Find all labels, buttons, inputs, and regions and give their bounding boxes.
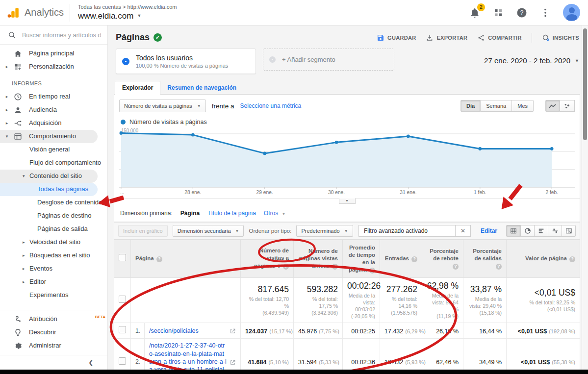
page-cell-container: /seccion/policiales	[145, 323, 241, 339]
notifications-button[interactable]: 2	[469, 7, 481, 19]
sidebar-item-flujo-del-comportamiento[interactable]: Flujo del comportamiento	[0, 156, 107, 170]
sidebar-item-personalizacion[interactable]: ▸Personalización	[0, 60, 107, 74]
line-chart-view-button[interactable]	[545, 100, 560, 112]
tab-resumen-navegacion[interactable]: Resumen de navegación	[160, 81, 243, 94]
help-icon[interactable]: ?	[332, 264, 338, 270]
line-chart-icon	[549, 103, 557, 109]
dimension-label: Dimensión primaria:	[120, 210, 173, 217]
row-checkbox[interactable]	[119, 296, 126, 303]
vertical-scrollbar[interactable]	[582, 25, 588, 370]
column-header-promedio-de-tiempo-en-la-pagina[interactable]: Promedio de tiempo en la página?	[343, 240, 380, 278]
help-icon[interactable]: ?	[453, 264, 459, 270]
sidebar-item-velocidad-del-sitio[interactable]: ▸Velocidad del sitio	[0, 236, 107, 249]
account-selector[interactable]: www.eldia.com ▼	[78, 11, 177, 21]
external-link-icon[interactable]	[230, 327, 236, 334]
granularity-day-button[interactable]: Día	[460, 100, 481, 112]
plot-rows-button[interactable]: Incluir en gráfico	[118, 225, 168, 237]
save-button[interactable]: GUARDAR	[377, 34, 416, 42]
metric-dropdown[interactable]: Número de visitas a páginas ▼	[119, 100, 206, 112]
dimension-pagina[interactable]: Página	[180, 210, 200, 217]
motion-chart-view-button[interactable]	[560, 100, 575, 112]
help-icon[interactable]: ?	[496, 264, 502, 270]
sidebar-item-administrar[interactable]: Administrar	[0, 339, 107, 352]
sidebar-item-vision-general[interactable]: Visión general	[0, 143, 107, 156]
granularity-week-button[interactable]: Semana	[481, 100, 512, 112]
sort-type-dropdown[interactable]: Predeterminado ▼	[296, 225, 353, 237]
sidebar-item-editor[interactable]: ▸Editor	[0, 275, 107, 289]
sidebar-item-experimentos[interactable]: Experimentos	[0, 289, 107, 302]
sidebar-item-paginas-de-salida[interactable]: Páginas de salida	[0, 223, 107, 236]
sidebar-item-atribucion[interactable]: AtribuciónBETA	[0, 313, 107, 326]
export-button[interactable]: EXPORTAR	[426, 34, 467, 42]
row-checkbox[interactable]	[119, 357, 126, 365]
cell-time: 00:02:36	[343, 339, 380, 370]
scrollbar-thumb[interactable]	[583, 28, 587, 140]
apps-grid-button[interactable]	[492, 7, 504, 19]
secondary-dimension-dropdown[interactable]: Dimensión secundaria ▼	[173, 225, 244, 237]
page-link[interactable]: /seccion/policiales	[149, 327, 227, 335]
remove-filter-button[interactable]: ✕	[455, 225, 470, 236]
row-checkbox[interactable]	[119, 326, 126, 333]
sidebar-item-label: Experimentos	[29, 291, 105, 299]
sidebar-search[interactable]	[0, 25, 107, 45]
sidebar-item-comportamiento[interactable]: ▾Comportamiento	[0, 130, 98, 143]
x-axis-expander[interactable]: ▼	[339, 198, 356, 204]
metric-value: 41.684	[248, 359, 266, 366]
add-segment-button[interactable]: + Añadir segmento	[263, 49, 394, 71]
column-header-numero-de-visitas-a-paginas[interactable]: Número de visitas a páginas↓?	[241, 240, 294, 278]
column-header-numero-de-paginas-vistas-unicas[interactable]: Número de páginas vistas únicas?	[294, 240, 343, 278]
help-icon[interactable]: ?	[369, 268, 375, 274]
column-header-valor-de-pagina[interactable]: Valor de página?	[507, 240, 580, 278]
external-link-icon[interactable]	[230, 359, 236, 365]
row-checkbox[interactable]	[119, 254, 126, 261]
sidebar-item-paginas-de-destino[interactable]: Páginas de destino	[0, 209, 107, 223]
column-header-porcentaje-de-salidas[interactable]: Porcentaje de salidas?	[463, 240, 507, 278]
sidebar-item-busquedas-en-el-sitio[interactable]: ▸Búsquedas en el sitio	[0, 249, 107, 262]
comparison-view-button[interactable]	[548, 225, 562, 236]
select-metric-link[interactable]: Seleccione una métrica	[240, 102, 302, 109]
table-view-button[interactable]	[507, 225, 520, 236]
help-icon[interactable]: ?	[283, 264, 289, 270]
user-avatar[interactable]	[563, 4, 580, 21]
column-header-pagina[interactable]: Página?	[131, 240, 241, 278]
bulb-icon	[13, 328, 23, 337]
sidebar-item-contenido-del-sitio[interactable]: ▾Contenido del sitio	[0, 170, 98, 183]
date-range-selector[interactable]: 27 ene. 2020 - 2 feb. 2020 ▼	[484, 49, 579, 65]
page-link[interactable]: /nota/2020-1-27-2-37-40-otro-asesinato-e…	[149, 342, 227, 370]
totals-value: 817.645	[245, 284, 289, 295]
column-header-porcentaje-de-rebote[interactable]: Porcentaje de rebote?	[422, 240, 463, 278]
granularity-month-button[interactable]: Mes	[512, 100, 534, 112]
help-button[interactable]: ?	[516, 7, 528, 19]
dimension-titulo-pagina[interactable]: Título de la página	[207, 210, 256, 217]
totals-val: <0,01 US$% del total: 92,25 % (<0,01 US$…	[507, 277, 580, 323]
sort-desc-icon[interactable]: ↓	[278, 262, 281, 269]
search-input[interactable]	[22, 32, 101, 39]
sidebar-item-label: Visión general	[29, 146, 105, 154]
sidebar-item-adquisicion[interactable]: ▸Adquisición	[0, 117, 107, 130]
edit-filter-link[interactable]: Editar	[481, 227, 497, 234]
sidebar-item-en-tiempo-real[interactable]: ▸En tiempo real	[0, 90, 107, 103]
more-options-button[interactable]	[539, 7, 551, 19]
sidebar-item-eventos[interactable]: ▸Eventos	[0, 262, 107, 275]
insights-button[interactable]: INSIGHTS	[542, 34, 579, 42]
segment-all-users[interactable]: Todos los usuarios 100,00 % Número de vi…	[116, 49, 256, 74]
sidebar-item-descubrir[interactable]: Descubrir	[0, 326, 107, 339]
sidebar-item-desglose-de-contenido[interactable]: Desglose de contenido	[0, 196, 107, 209]
tab-explorador[interactable]: Explorador	[115, 81, 160, 95]
sidebar-item-pagina-principal[interactable]: Página principal	[0, 47, 107, 60]
totals-value: <0,01 US$	[511, 288, 575, 298]
performance-view-button[interactable]	[534, 225, 548, 236]
help-icon[interactable]: ?	[569, 256, 575, 262]
percentage-view-button[interactable]	[520, 225, 534, 236]
share-button[interactable]: COMPARTIR	[477, 34, 522, 42]
save-icon	[377, 34, 384, 42]
sidebar-item-audiencia[interactable]: ▸Audiencia	[0, 103, 107, 117]
help-icon[interactable]: ?	[156, 256, 162, 262]
sidebar-collapse-button[interactable]: ❮	[0, 355, 107, 370]
dimension-otros[interactable]: Otros ▼	[264, 210, 286, 217]
help-icon[interactable]: ?	[411, 256, 417, 262]
sidebar-item-todas-las-paginas[interactable]: Todas las páginas	[0, 183, 98, 196]
column-header-entradas[interactable]: Entradas?	[380, 240, 422, 278]
primary-dimension-bar: Dimensión primaria: Página Título de la …	[119, 204, 575, 222]
pivot-view-button[interactable]	[562, 225, 575, 236]
